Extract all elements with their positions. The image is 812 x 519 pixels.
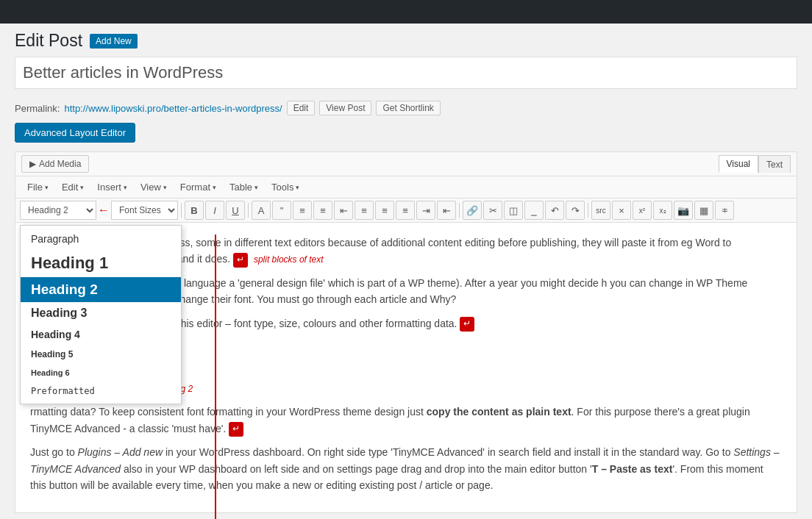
menu-insert[interactable]: Insert ▾ [91,179,133,195]
advanced-layout-editor-button[interactable]: Advanced Layout Editor [15,123,135,143]
font-sizes-select[interactable]: Font Sizes [111,201,178,220]
font-color-button[interactable]: A [252,201,271,220]
menu-format[interactable]: Format ▾ [174,179,222,195]
menu-table-arrow: ▾ [254,184,258,191]
menu-insert-label: Insert [97,182,121,193]
enter-icon-2: ↵ [460,317,474,332]
add-new-button[interactable]: Add New [90,34,138,49]
post-title-input[interactable] [15,57,797,89]
menu-view-label: View [140,182,161,193]
blockquote-button[interactable]: " [272,201,291,220]
dropdown-preformatted[interactable]: Preformatted [21,382,181,401]
annotation-split-blocks: split blocks of text [254,254,324,265]
bold-button[interactable]: B [185,201,204,220]
tab-visual[interactable]: Visual [719,155,758,173]
red-vertical-line [215,235,216,519]
image-button[interactable]: 📷 [674,201,693,220]
dropdown-h4[interactable]: Heading 4 [21,324,181,345]
permalink-edit-button[interactable]: Edit [287,101,316,115]
admin-bar [0,0,812,24]
menu-file[interactable]: File ▾ [21,179,54,195]
menu-table-label: Table [229,182,252,193]
enter-icon-4: ↵ [229,422,243,437]
format-toolbar: Heading 2 Paragraph Heading 1 Heading 3 … [15,198,797,223]
content-para-5: Just go to Plugins – Add new in your Wor… [30,444,782,493]
view-post-button[interactable]: View Post [319,101,371,115]
menu-bar: File ▾ Edit ▾ Insert ▾ View ▾ Format ▾ T… [15,176,797,198]
fullscreen-button[interactable]: ⧧ [715,201,734,220]
dropdown-paragraph[interactable]: Paragraph [21,229,181,249]
menu-view[interactable]: View ▾ [135,179,173,195]
menu-edit-arrow: ▾ [80,184,84,191]
toolbar-sep-2 [248,203,249,218]
editor-container: ▶ Add Media Visual Text File ▾ Edit ▾ In… [15,151,797,513]
content-para-4: rmatting data? To keep consistent font f… [30,404,782,437]
dropdown-h1[interactable]: Heading 1 [21,249,181,277]
format-dropdown: Paragraph Heading 1 Heading 2 Heading 3 … [20,225,182,404]
unlink-button[interactable]: ✂ [483,201,502,220]
permalink-label: Permalink: [15,103,60,114]
strike-button[interactable]: × [612,201,631,220]
menu-insert-arrow: ▾ [124,184,127,191]
align-right-button[interactable]: ≡ [375,201,394,220]
page-title: Edit Post [15,31,82,51]
add-media-label: Add Media [39,159,81,169]
subscript-button[interactable]: x₂ [653,201,672,220]
menu-tools-arrow: ▾ [296,184,299,191]
bold-copy-text: copy the content as plain text [427,406,571,418]
enter-icon-1: ↵ [233,253,248,268]
indent-button[interactable]: ⇥ [416,201,435,220]
menu-tools-label: Tools [271,182,293,193]
outdent-button[interactable]: ⇤ [437,201,456,220]
more-button[interactable]: ▦ [694,201,713,220]
ordered-list-button[interactable]: ≡ [313,201,332,220]
align-center-button[interactable]: ≡ [355,201,374,220]
bold-t-paste: T – Paste as text [592,463,673,475]
italic-plugins: Plugins – Add new [78,446,163,458]
source-button[interactable]: src [591,201,610,220]
permalink-url[interactable]: http://www.lipowski.pro/better-articles-… [64,103,282,114]
media-icon: ▶ [29,159,36,169]
dropdown-h5[interactable]: Heading 5 [21,345,181,364]
menu-table[interactable]: Table ▾ [224,179,264,195]
underline-button[interactable]: U [226,201,245,220]
editor-top-bar: ▶ Add Media Visual Text [15,152,797,176]
align-left-button[interactable]: ⇤ [334,201,353,220]
link-button[interactable]: 🔗 [463,201,482,220]
superscript-button[interactable]: x² [633,201,652,220]
unordered-list-button[interactable]: ≡ [293,201,312,220]
tab-text[interactable]: Text [758,155,791,173]
dropdown-h3[interactable]: Heading 3 [21,302,181,324]
toolbar-sep-3 [459,203,460,218]
dropdown-h2[interactable]: Heading 2 [21,277,181,302]
format-arrow-hint: ← [98,204,110,217]
italic-button[interactable]: I [205,201,224,220]
hr-button[interactable]: ⎯ [524,201,544,220]
permalink-bar: Permalink: http://www.lipowski.pro/bette… [15,101,797,115]
toolbar-sep-1 [181,203,182,218]
toolbar-sep-4 [588,203,588,218]
menu-edit[interactable]: Edit ▾ [56,179,90,195]
format-select[interactable]: Heading 2 Paragraph Heading 1 Heading 3 … [20,201,96,220]
page-title-bar: Edit Post Add New [15,24,797,57]
redo-button[interactable]: ↷ [566,201,585,220]
align-justify-button[interactable]: ≡ [396,201,415,220]
menu-format-arrow: ▾ [213,184,216,191]
add-media-button[interactable]: ▶ Add Media [21,155,89,173]
menu-file-label: File [27,182,43,193]
menu-file-arrow: ▾ [45,184,49,191]
dropdown-h6[interactable]: Heading 6 [21,364,181,382]
undo-button[interactable]: ↶ [545,201,564,220]
menu-view-arrow: ▾ [163,184,167,191]
visual-text-tabs: Visual Text [719,155,791,173]
table-button[interactable]: ◫ [504,201,523,220]
menu-edit-label: Edit [62,182,78,193]
menu-format-label: Format [180,182,210,193]
menu-tools[interactable]: Tools ▾ [266,179,305,195]
get-shortlink-button[interactable]: Get Shortlink [376,101,440,115]
